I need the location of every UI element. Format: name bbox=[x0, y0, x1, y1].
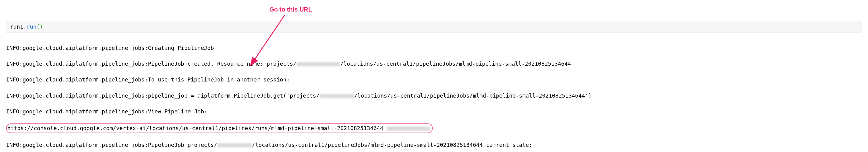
code-method: run bbox=[27, 24, 36, 30]
code-parens: () bbox=[36, 24, 43, 30]
redacted-project-id bbox=[297, 62, 340, 66]
log-line: INFO:google.cloud.aiplatform.pipeline_jo… bbox=[6, 141, 862, 149]
log-url-line: https://console.cloud.google.com/vertex-… bbox=[6, 123, 862, 133]
annotation-label: Go to this URL bbox=[269, 6, 312, 13]
redacted-project-param bbox=[387, 126, 430, 131]
redacted-project-id bbox=[218, 143, 251, 147]
log-line: INFO:google.cloud.aiplatform.pipeline_jo… bbox=[6, 108, 862, 116]
log-line: INFO:google.cloud.aiplatform.pipeline_jo… bbox=[6, 60, 862, 68]
code-object: run1 bbox=[10, 24, 23, 30]
output-area: INFO:google.cloud.aiplatform.pipeline_jo… bbox=[6, 36, 862, 152]
highlighted-url[interactable]: https://console.cloud.google.com/vertex-… bbox=[6, 123, 433, 133]
log-line: INFO:google.cloud.aiplatform.pipeline_jo… bbox=[6, 76, 862, 84]
code-input-cell[interactable]: run1.run() bbox=[6, 21, 862, 33]
log-line: INFO:google.cloud.aiplatform.pipeline_jo… bbox=[6, 44, 862, 52]
redacted-project-id bbox=[320, 94, 354, 98]
code-dot: . bbox=[23, 24, 27, 30]
log-line: INFO:google.cloud.aiplatform.pipeline_jo… bbox=[6, 92, 862, 100]
